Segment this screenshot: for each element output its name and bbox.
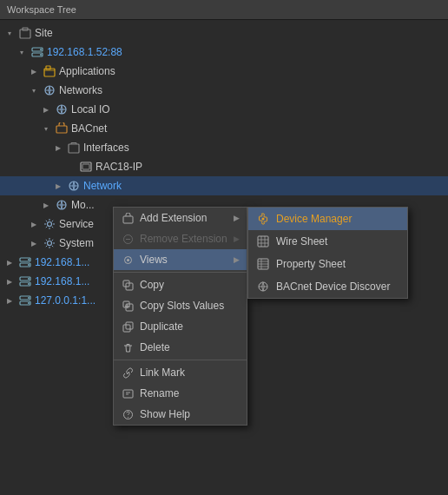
expand-mo[interactable]: ▶ [40, 199, 52, 211]
svg-point-21 [28, 264, 30, 266]
tree-item-applications[interactable]: ▶ Applications [0, 62, 448, 81]
ctx-copy-slots-label: Copy Slots Values [140, 300, 240, 312]
expand-bacnet[interactable]: ▾ [40, 122, 52, 135]
icon-applications [43, 64, 56, 78]
svg-rect-7 [46, 66, 50, 69]
tree-label-ip3: 192.168.1... [35, 275, 89, 287]
svg-rect-39 [126, 322, 133, 329]
device-manager-icon [255, 211, 271, 227]
submenu-bacnet-discover[interactable]: BACnet Device Discover [248, 275, 407, 298]
expand-ip3[interactable]: ▶ [3, 275, 16, 287]
svg-point-5 [40, 54, 42, 56]
ctx-duplicate-label: Duplicate [140, 320, 240, 333]
expand-system[interactable]: ▶ [28, 237, 40, 249]
icon-server-ip3 [18, 274, 32, 288]
ctx-add-extension[interactable]: Add Extension ▶ [114, 208, 247, 228]
tree-label-applications: Applications [59, 65, 115, 77]
submenu-wire-sheet-label: Wire Sheet [276, 235, 327, 248]
expand-ip4[interactable]: ▶ [3, 294, 16, 307]
copy-slots-icon [121, 299, 135, 313]
ctx-show-help[interactable]: Show Help [114, 404, 247, 425]
svg-point-42 [127, 416, 128, 417]
icon-mo [55, 198, 69, 212]
icon-service [43, 217, 56, 231]
property-sheet-icon [255, 256, 271, 272]
submenu-property-sheet-label: Property Sheet [276, 258, 346, 270]
expand-applications[interactable]: ▶ [28, 65, 40, 77]
expand-ip1[interactable]: ▾ [16, 46, 28, 58]
ctx-rename-label: Rename [140, 387, 240, 399]
panel-title: Workspace Tree [7, 4, 76, 15]
svg-point-24 [28, 278, 30, 280]
submenu-device-manager[interactable]: Device Manager [248, 208, 407, 230]
tree-label-networks: Networks [59, 84, 102, 96]
tree-item-ip1[interactable]: ▾ 192.168.1.52:88 [0, 43, 448, 62]
ctx-duplicate[interactable]: Duplicate [114, 316, 247, 337]
workspace-panel: Workspace Tree ▾ Site ▾ 192.168.1.52:88 … [0, 0, 448, 495]
tree-label-site: Site [35, 27, 53, 39]
svg-rect-10 [56, 126, 67, 133]
ctx-link-mark[interactable]: Link Mark [114, 362, 247, 383]
expand-localio[interactable]: ▶ [40, 103, 52, 116]
tree-item-rac18ip[interactable]: RAC18-IP [0, 157, 448, 176]
ctx-link-mark-label: Link Mark [140, 366, 240, 379]
ctx-views[interactable]: Views ▶ [114, 249, 247, 270]
tree-item-bacnet[interactable]: ▾ BACnet [0, 119, 448, 138]
tree-item-network[interactable]: ▶ Network [0, 176, 448, 195]
ctx-views-arrow: ▶ [234, 255, 240, 264]
svg-point-33 [127, 259, 129, 261]
svg-point-16 [48, 222, 52, 227]
submenu-property-sheet[interactable]: Property Sheet [248, 253, 407, 275]
tree-label-interfaces: Interfaces [83, 142, 129, 154]
expand-interfaces[interactable]: ▶ [52, 142, 64, 154]
submenu-bacnet-discover-label: BACnet Device Discover [276, 280, 390, 293]
ctx-copy-slots[interactable]: Copy Slots Values [114, 295, 247, 316]
icon-network [67, 179, 81, 193]
tree-item-localio[interactable]: ▶ Local IO [0, 100, 448, 119]
icon-server-ip1 [30, 45, 44, 59]
tree-label-mo: Mo... [71, 199, 95, 211]
tree-label-ip2: 192.168.1... [35, 256, 89, 268]
expand-networks[interactable]: ▾ [28, 84, 40, 96]
expand-site[interactable]: ▾ [3, 27, 16, 39]
tree-label-rac18ip: RAC18-IP [96, 161, 142, 173]
icon-server-ip2 [18, 255, 32, 269]
svg-rect-40 [123, 390, 133, 398]
ctx-copy-label: Copy [140, 279, 240, 291]
ctx-delete[interactable]: Delete [114, 337, 247, 358]
tree-item-interfaces[interactable]: ▶ Interfaces [0, 138, 448, 157]
submenu-views: Device Manager Wire Sheet Property Sheet… [247, 207, 408, 299]
rename-icon [121, 386, 135, 400]
submenu-device-manager-label: Device Manager [276, 213, 352, 225]
ctx-rename[interactable]: Rename [114, 383, 247, 404]
ctx-copy[interactable]: Copy [114, 274, 247, 295]
svg-point-28 [28, 297, 30, 299]
ctx-remove-extension-label: Remove Extension [140, 233, 234, 245]
tree-label-system: System [59, 237, 94, 249]
icon-networks [43, 83, 56, 97]
bacnet-discover-icon [255, 279, 271, 294]
icon-interfaces [67, 141, 81, 155]
submenu-wire-sheet[interactable]: Wire Sheet [248, 230, 407, 253]
svg-rect-38 [123, 325, 130, 332]
expand-ip2[interactable]: ▶ [3, 256, 16, 268]
remove-extension-icon [121, 232, 135, 246]
expand-service[interactable]: ▶ [28, 218, 40, 230]
help-icon [121, 407, 135, 421]
tree-item-site[interactable]: ▾ Site [0, 23, 448, 43]
tree-label-ip4: 127.0.0.1:1... [35, 294, 96, 307]
icon-system [43, 236, 56, 250]
panel-header: Workspace Tree [0, 0, 448, 20]
add-extension-icon [121, 211, 135, 225]
icon-server-ip4 [18, 294, 32, 307]
tree-label-ip1: 192.168.1.52:88 [47, 46, 122, 58]
svg-rect-11 [69, 144, 79, 153]
svg-rect-30 [123, 216, 133, 223]
svg-point-20 [28, 259, 30, 261]
expand-network[interactable]: ▶ [52, 180, 64, 192]
tree-item-networks[interactable]: ▾ Networks [0, 81, 448, 100]
ctx-delete-label: Delete [140, 341, 240, 353]
tree-label-bacnet: BACnet [71, 122, 107, 135]
svg-point-25 [28, 283, 30, 285]
icon-bacnet [55, 122, 69, 135]
